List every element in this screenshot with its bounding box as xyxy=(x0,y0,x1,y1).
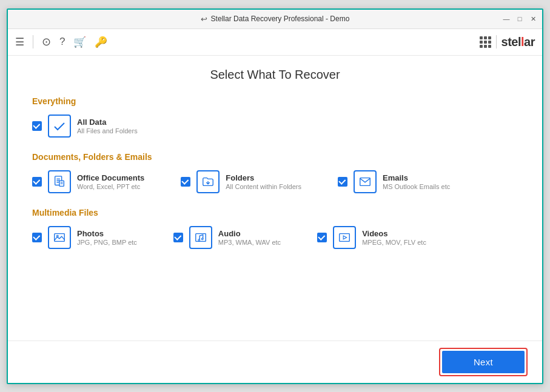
main-window: ↩ Stellar Data Recovery Professional - D… xyxy=(7,8,543,384)
folders-checkbox[interactable] xyxy=(181,177,190,187)
office-documents-checkbox[interactable] xyxy=(32,177,42,187)
toolbar: ☰ ⊙ ? 🛒 🔑 stellar xyxy=(8,29,542,56)
documents-section-title: Documents, Folders & Emails xyxy=(32,152,518,162)
content-area: Select What To Recover Everything All Da… xyxy=(8,56,542,341)
videos-checkbox[interactable] xyxy=(317,233,327,242)
svg-rect-11 xyxy=(196,233,206,241)
office-documents-label: Office Documents xyxy=(77,173,144,182)
all-data-icon-box xyxy=(48,115,71,138)
minimize-button[interactable]: — xyxy=(502,15,511,23)
titlebar: ↩ Stellar Data Recovery Professional - D… xyxy=(8,10,542,29)
svg-point-13 xyxy=(201,238,203,239)
multimedia-section: Multimedia Files Photos JPG, PNG, BM xyxy=(32,208,518,249)
multimedia-section-title: Multimedia Files xyxy=(32,208,518,218)
svg-rect-14 xyxy=(340,233,350,241)
svg-rect-8 xyxy=(360,178,371,185)
photos-item: Photos JPG, PNG, BMP etc xyxy=(32,226,137,249)
window-title: Stellar Data Recovery Professional - Dem… xyxy=(211,15,350,23)
videos-icon-box xyxy=(333,226,356,249)
toolbar-divider-2 xyxy=(496,35,497,48)
next-button[interactable]: Next xyxy=(442,351,525,373)
key-icon[interactable]: 🔑 xyxy=(95,36,107,48)
emails-label: Emails xyxy=(383,173,450,182)
svg-point-12 xyxy=(198,239,200,241)
videos-item: Videos MPEG, MOV, FLV etc xyxy=(317,226,426,249)
toolbar-divider xyxy=(33,35,33,48)
all-data-label: All Data xyxy=(77,118,138,127)
photos-label: Photos xyxy=(77,229,137,238)
audio-label: Audio xyxy=(218,229,281,238)
all-data-text: All Data All Files and Folders xyxy=(77,118,138,135)
videos-label: Videos xyxy=(362,229,426,238)
all-data-item: All Data All Files and Folders xyxy=(32,115,138,138)
photos-text: Photos JPG, PNG, BMP etc xyxy=(77,229,137,246)
videos-text: Videos MPEG, MOV, FLV etc xyxy=(362,229,426,246)
folders-text: Folders All Content within Folders xyxy=(226,173,301,190)
office-documents-item: Office Documents Word, Excel, PPT etc xyxy=(32,170,144,193)
audio-checkbox[interactable] xyxy=(173,233,183,242)
footer: Next xyxy=(8,341,542,383)
close-button[interactable]: ✕ xyxy=(529,15,537,23)
everything-section: Everything All Data All Files and Folder… xyxy=(32,96,518,138)
emails-icon-box xyxy=(354,170,377,193)
toolbar-left: ☰ ⊙ ? 🛒 🔑 xyxy=(15,35,107,48)
all-data-checkbox[interactable] xyxy=(32,121,42,131)
page-title: Select What To Recover xyxy=(32,68,518,82)
apps-grid-icon[interactable] xyxy=(480,36,491,48)
audio-sub: MP3, WMA, WAV etc xyxy=(218,239,281,246)
audio-text: Audio MP3, WMA, WAV etc xyxy=(218,229,281,246)
emails-checkbox[interactable] xyxy=(338,177,347,187)
svg-marker-15 xyxy=(343,236,347,239)
help-icon[interactable]: ? xyxy=(59,36,65,48)
multimedia-items-row: Photos JPG, PNG, BMP etc xyxy=(32,226,518,249)
folders-icon-box xyxy=(196,170,220,193)
emails-item: Emails MS Outlook Emails etc xyxy=(338,170,450,193)
photos-icon-box xyxy=(48,226,71,249)
window-controls: — □ ✕ xyxy=(502,15,537,23)
photos-sub: JPG, PNG, BMP etc xyxy=(77,239,137,246)
hamburger-icon[interactable]: ☰ xyxy=(15,36,24,48)
history-icon[interactable]: ⊙ xyxy=(42,35,51,48)
audio-item: Audio MP3, WMA, WAV etc xyxy=(173,226,281,249)
stellar-logo: stellar xyxy=(501,35,535,49)
documents-section: Documents, Folders & Emails xyxy=(32,152,518,193)
everything-section-title: Everything xyxy=(32,96,518,106)
cart-icon[interactable]: 🛒 xyxy=(73,36,86,48)
toolbar-right: stellar xyxy=(480,35,535,49)
office-documents-sub: Word, Excel, PPT etc xyxy=(77,183,144,190)
all-data-sub: All Files and Folders xyxy=(77,127,138,135)
folders-sub: All Content within Folders xyxy=(226,183,301,190)
documents-items-row: Office Documents Word, Excel, PPT etc xyxy=(32,170,518,193)
title-back-icon: ↩ xyxy=(201,15,207,24)
maximize-button[interactable]: □ xyxy=(515,15,524,23)
emails-text: Emails MS Outlook Emails etc xyxy=(383,173,450,190)
everything-items-row: All Data All Files and Folders xyxy=(32,115,518,138)
window-title-area: ↩ Stellar Data Recovery Professional - D… xyxy=(201,15,350,24)
videos-sub: MPEG, MOV, FLV etc xyxy=(362,239,426,246)
next-button-wrapper: Next xyxy=(439,348,528,376)
folders-label: Folders xyxy=(226,173,301,182)
folders-item: Folders All Content within Folders xyxy=(181,170,301,193)
audio-icon-box xyxy=(189,226,212,249)
office-documents-icon-box xyxy=(48,170,71,193)
emails-sub: MS Outlook Emails etc xyxy=(383,183,450,190)
photos-checkbox[interactable] xyxy=(32,233,42,242)
office-documents-text: Office Documents Word, Excel, PPT etc xyxy=(77,173,144,190)
